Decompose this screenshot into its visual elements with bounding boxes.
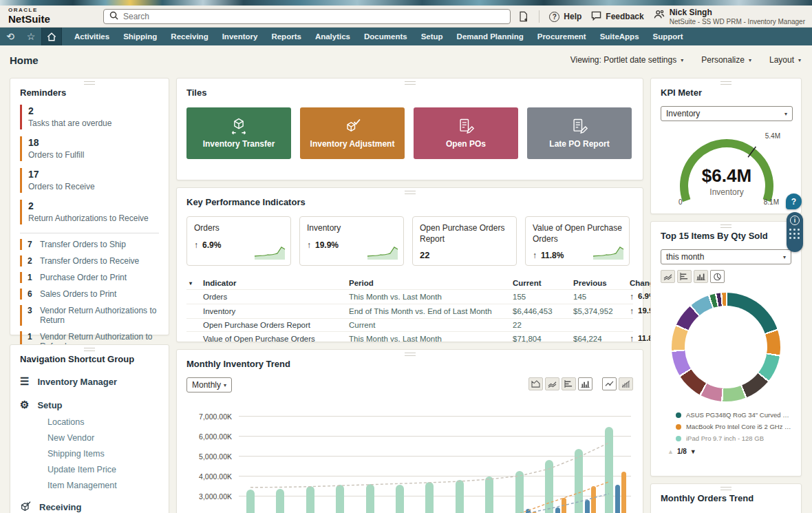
- reminder-item[interactable]: 2Transfer Orders to Receive: [20, 255, 159, 266]
- bar-series-orange[interactable]: [562, 498, 566, 513]
- reminder-item[interactable]: 1Purchase Order to Print: [20, 272, 159, 283]
- kpi-meter-select[interactable]: Inventory ▾: [661, 106, 793, 121]
- drag-handle[interactable]: [720, 487, 731, 490]
- drag-handle[interactable]: [84, 81, 95, 85]
- bar-series-orange[interactable]: [621, 472, 626, 513]
- bar-inventory-green[interactable]: [515, 471, 524, 513]
- bar-series-blue[interactable]: [585, 500, 590, 513]
- top-items-donut-chart[interactable]: [672, 293, 780, 401]
- table-header-current[interactable]: Current: [513, 279, 573, 287]
- create-new-icon[interactable]: [517, 10, 529, 23]
- nav-tab-documents[interactable]: Documents: [357, 28, 414, 45]
- bar-inventory-green[interactable]: [456, 480, 464, 513]
- nav-tab-suiteapps[interactable]: SuiteApps: [593, 28, 646, 45]
- reminder-item[interactable]: 6Sales Orders to Print: [20, 289, 159, 300]
- table-row[interactable]: OrdersThis Month vs. Last Month155145↑6.…: [186, 289, 633, 304]
- home-tab[interactable]: [41, 28, 62, 45]
- drag-handle[interactable]: [405, 353, 416, 356]
- feedback-button[interactable]: Feedback: [591, 11, 643, 23]
- drag-handle[interactable]: [720, 81, 731, 85]
- bar-inventory-green[interactable]: [425, 482, 434, 513]
- bar-inventory-green[interactable]: [276, 489, 284, 513]
- personalize-dropdown[interactable]: Personalize ▾: [701, 55, 751, 65]
- tile-inventory-adjustment[interactable]: Inventory Adjustment: [300, 107, 405, 159]
- table-header-period[interactable]: Period: [349, 279, 513, 287]
- bar-series-blue[interactable]: [526, 509, 531, 513]
- col-chart-icon[interactable]: [578, 377, 592, 390]
- bar-inventory-green[interactable]: [396, 485, 404, 513]
- area-chart-icon[interactable]: [528, 377, 543, 390]
- nav-tab-reports[interactable]: Reports: [264, 28, 308, 45]
- bar-inventory-green[interactable]: [485, 477, 493, 513]
- legend-item[interactable]: ASUS PG348Q RoG 34" Curved 21:9 QHD IP..…: [676, 411, 791, 419]
- reminder-item[interactable]: 17Orders to Receive: [20, 168, 159, 193]
- star-icon[interactable]: ☆: [21, 28, 41, 45]
- bar-inventory-green[interactable]: [336, 485, 344, 513]
- legend-item[interactable]: MacBook Pro Intel Core i5 2 GHz Dual-Cor…: [676, 423, 791, 430]
- bar-inventory-green[interactable]: [545, 460, 553, 513]
- bar-inventory-green[interactable]: [246, 490, 255, 513]
- shortcut-link[interactable]: Shipping Items: [47, 449, 159, 459]
- global-search[interactable]: [103, 9, 511, 24]
- hbar-chart-icon[interactable]: [677, 270, 692, 283]
- drag-handle[interactable]: [405, 81, 416, 85]
- shortcut-link[interactable]: Item Management: [47, 481, 159, 490]
- netsuite-logo[interactable]: ORACLE NetSuite: [8, 8, 50, 24]
- top-items-period-select[interactable]: this month ▾: [661, 249, 791, 264]
- tile-late-po-report[interactable]: Late PO Report: [527, 107, 632, 159]
- nav-tab-shipping[interactable]: Shipping: [116, 28, 164, 45]
- drag-handle[interactable]: [405, 191, 416, 194]
- nav-tab-receiving[interactable]: Receiving: [164, 28, 215, 45]
- bar3d-chart-icon[interactable]: [619, 377, 633, 390]
- bar-series-orange[interactable]: [591, 486, 596, 513]
- help-button[interactable]: ? Help: [549, 12, 581, 22]
- reminder-item[interactable]: 7Transfer Orders to Ship: [20, 239, 159, 250]
- page-up-icon[interactable]: ▲: [667, 448, 674, 455]
- col-chart-icon[interactable]: [694, 270, 708, 283]
- mline-chart-icon[interactable]: [545, 377, 559, 390]
- bar-series-blue[interactable]: [555, 507, 560, 513]
- reminder-item[interactable]: 2Tasks that are overdue: [20, 105, 159, 129]
- trend-period-select[interactable]: Monthly ▾: [186, 377, 232, 392]
- history-icon[interactable]: ⟲: [0, 28, 21, 45]
- kpi-card[interactable]: Open Purchase Orders Report22: [412, 216, 517, 266]
- table-header-previous[interactable]: Previous: [573, 279, 630, 287]
- bar-inventory-green[interactable]: [366, 484, 374, 513]
- floating-help-icon[interactable]: ?: [786, 193, 802, 209]
- kpi-card[interactable]: Value of Open Purchase Orders↑11.8%: [525, 216, 630, 266]
- table-row[interactable]: Open Purchase Orders ReportCurrent22: [186, 318, 633, 331]
- bar-inventory-green[interactable]: [575, 449, 583, 513]
- bar-series-blue[interactable]: [615, 485, 620, 513]
- bar-inventory-green[interactable]: [306, 486, 314, 513]
- search-input[interactable]: [123, 12, 504, 21]
- nav-tab-support[interactable]: Support: [646, 28, 690, 45]
- bar-inventory-green[interactable]: [605, 427, 613, 513]
- reminder-item[interactable]: 18Orders to Fulfill: [20, 136, 159, 161]
- user-menu[interactable]: Nick Singh NetSuite - SS WD PRM - Invent…: [654, 8, 805, 25]
- tile-inventory-transfer[interactable]: Inventory Transfer: [186, 107, 291, 159]
- nav-tab-procurement[interactable]: Procurement: [531, 28, 593, 45]
- shortcut-link[interactable]: Locations: [47, 417, 159, 427]
- nav-tab-activities[interactable]: Activities: [67, 28, 116, 45]
- nav-tab-demand-planning[interactable]: Demand Planning: [450, 28, 531, 45]
- shortcut-group-head[interactable]: ⚙Setup: [20, 399, 159, 411]
- nav-tab-inventory[interactable]: Inventory: [215, 28, 265, 45]
- reminder-item[interactable]: 2Return Authorizations to Receive: [20, 200, 159, 224]
- shortcut-link[interactable]: New Vendor: [47, 433, 159, 443]
- nav-tab-setup[interactable]: Setup: [414, 28, 450, 45]
- layout-dropdown[interactable]: Layout ▾: [769, 55, 801, 65]
- shortcut-root-inventory-manager[interactable]: ☰ Inventory Manager: [20, 375, 159, 388]
- drag-handle[interactable]: [720, 224, 731, 228]
- floating-info-widget[interactable]: i: [787, 212, 803, 252]
- shortcut-link[interactable]: Update Item Price: [47, 465, 159, 474]
- viewing-settings-dropdown[interactable]: Viewing: Portlet date settings ▾: [570, 55, 684, 65]
- shortcut-group-head[interactable]: Receiving: [20, 501, 159, 512]
- kpi-card[interactable]: Inventory↑19.9%: [299, 216, 404, 266]
- table-row[interactable]: Value of Open Purchase OrdersThis Month …: [186, 331, 633, 346]
- hbar-chart-icon[interactable]: [562, 377, 576, 390]
- table-expand-icon[interactable]: ▾: [186, 280, 203, 286]
- pie-chart-icon[interactable]: [710, 270, 725, 283]
- table-header-indicator[interactable]: Indicator: [203, 279, 349, 287]
- reminder-item[interactable]: 3Vendor Return Authorizations to Return: [20, 305, 159, 326]
- legend-item[interactable]: iPad Pro 9.7 inch - 128 GB: [676, 435, 791, 442]
